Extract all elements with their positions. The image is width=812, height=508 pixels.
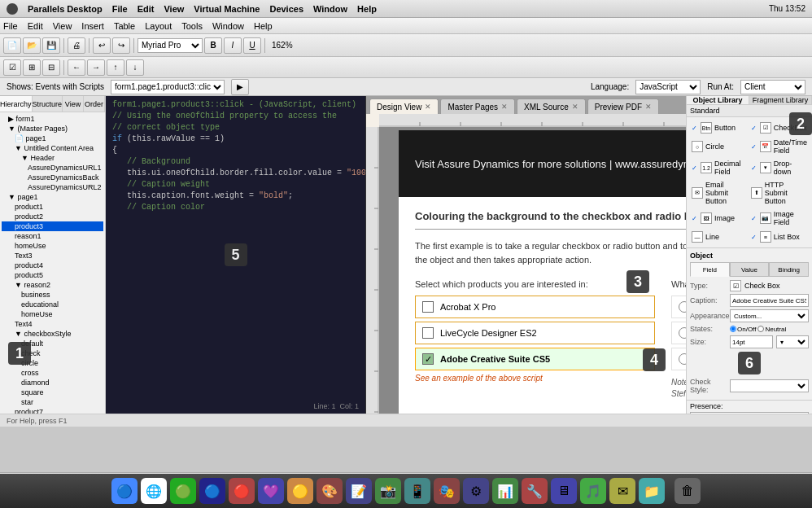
dock-icon9[interactable]: 📝 <box>346 478 372 504</box>
dock-icon12[interactable]: 🎭 <box>434 478 460 504</box>
obj-line[interactable]: — Line <box>690 230 748 244</box>
reason-home-item[interactable]: Home purposes <box>671 348 686 370</box>
dock-icon5[interactable]: 🔴 <box>229 478 255 504</box>
product3-checkbox[interactable]: ✓ <box>422 353 434 365</box>
tree-master-pages[interactable]: ▼ (Master Pages) <box>2 124 103 134</box>
tb2-btn7[interactable]: ↓ <box>126 59 144 76</box>
tree-homeuse[interactable]: homeUse <box>2 241 103 251</box>
tree-square[interactable]: square <box>2 388 103 397</box>
tab-preview-close[interactable]: ✕ <box>645 103 652 111</box>
open-btn[interactable]: 📂 <box>23 37 41 54</box>
product1-checkbox[interactable] <box>422 301 434 313</box>
tab-xml-source[interactable]: XML Source ✕ <box>517 99 586 114</box>
dock-icon14[interactable]: 📊 <box>492 478 518 504</box>
tab-xml-close[interactable]: ✕ <box>572 103 578 111</box>
app-menu-bar[interactable]: File Edit View Insert Table Layout Tools… <box>0 18 812 34</box>
reason-home-radio[interactable] <box>679 353 686 365</box>
obj-http-submit[interactable]: ⬆ HTTP Submit Button <box>749 179 809 207</box>
tb2-btn2[interactable]: ⊞ <box>23 59 41 76</box>
appearance-dropdown[interactable]: Custom... <box>730 309 809 322</box>
prop-tab-field[interactable]: Field <box>690 262 730 277</box>
property-tabs[interactable]: Field Value Binding <box>690 262 809 277</box>
undo-btn[interactable]: ↩ <box>93 37 111 54</box>
app-menu-window[interactable]: Window <box>212 21 244 31</box>
dock-finder[interactable]: 🔵 <box>111 478 138 504</box>
tb2-btn6[interactable]: ↑ <box>107 59 124 76</box>
dock-icon13[interactable]: ⚙ <box>463 478 489 504</box>
os-menu-vm[interactable]: Virtual Machine <box>194 4 260 14</box>
obj-image-field[interactable]: ✓ 📷 Image Field <box>749 208 809 228</box>
font-selector[interactable]: Myriad Pro <box>138 38 203 53</box>
underline-btn[interactable]: U <box>243 37 261 54</box>
tree-form1[interactable]: ▶ form1 <box>2 114 103 124</box>
prop-tab-binding[interactable]: Binding <box>769 262 809 277</box>
reason-business-item[interactable]: Business purposes <box>671 296 686 318</box>
obj-email-submit[interactable]: ✉ Email Submit Button <box>690 179 748 207</box>
dock-icon19[interactable]: 📁 <box>639 478 665 504</box>
tree-content-area[interactable]: ▼ Untitled Content Area <box>2 143 103 153</box>
new-btn[interactable]: 📄 <box>3 37 21 54</box>
reason-educational-radio[interactable] <box>679 327 686 339</box>
app-menu-file[interactable]: File <box>3 21 18 31</box>
tree-url1[interactable]: AssureDynamicsURL1 <box>2 163 103 173</box>
tab-design-close[interactable]: ✕ <box>425 103 431 111</box>
product2-checkbox-item[interactable]: LiveCycle Designer ES2 <box>415 322 655 344</box>
size-unit-dropdown[interactable]: ▾ <box>776 335 809 348</box>
tree-product7[interactable]: product7 <box>2 407 103 414</box>
view-tab[interactable]: View <box>63 96 84 112</box>
tree-product3[interactable]: product3 <box>2 221 103 231</box>
size-input[interactable] <box>730 335 773 348</box>
app-menu-view[interactable]: View <box>53 21 72 31</box>
app-menu-tools[interactable]: Tools <box>181 21 203 31</box>
dock-icon16[interactable]: 🖥 <box>551 478 577 504</box>
structure-tab[interactable]: Structure <box>33 96 63 112</box>
tab-preview-pdf[interactable]: Preview PDF ✕ <box>587 99 659 114</box>
obj-datetime[interactable]: ✓ 📅 Date/Time Field <box>749 137 809 156</box>
script-event-dropdown[interactable]: form1.page1.product3::click - (JavaScrip… <box>111 80 225 94</box>
tree-business[interactable]: business <box>2 290 103 300</box>
dock-icon8[interactable]: 🎨 <box>317 478 343 504</box>
os-menu-devices[interactable]: Devices <box>269 4 303 14</box>
tab-design-view[interactable]: Design View ✕ <box>369 99 439 114</box>
tree-back[interactable]: AssureDynamicsBack <box>2 173 103 182</box>
tree-product2[interactable]: product2 <box>2 212 103 221</box>
tree-page1[interactable]: ▼ page1 <box>2 192 103 202</box>
product1-checkbox-item[interactable]: Acrobat X Pro <box>415 296 655 318</box>
tree-product4[interactable]: product4 <box>2 261 103 270</box>
os-menu-window[interactable]: Window <box>313 4 347 14</box>
italic-btn[interactable]: I <box>224 37 242 54</box>
run-at-dropdown[interactable]: Client <box>740 80 805 94</box>
tree-educational[interactable]: educational <box>2 300 103 309</box>
product3-checkbox-item[interactable]: ✓ Adobe Creative Suite CS5 4 <box>415 348 655 370</box>
os-menu-view[interactable]: View <box>164 4 184 14</box>
states-neutral-radio[interactable] <box>757 326 764 332</box>
tb2-btn5[interactable]: → <box>87 59 105 76</box>
dock-trash[interactable]: 🗑 <box>674 478 701 504</box>
dock-icon6[interactable]: 💜 <box>258 478 284 504</box>
caption-input[interactable] <box>730 294 809 307</box>
bold-btn[interactable]: B <box>204 37 222 54</box>
reason-business-radio[interactable] <box>679 301 686 313</box>
check-style-dropdown[interactable] <box>730 379 809 392</box>
states-onoff-radio[interactable] <box>730 326 736 332</box>
hierarchy-tabs[interactable]: Hierarchy Structure View Order <box>0 96 105 112</box>
print-btn[interactable]: 🖨 <box>68 37 85 54</box>
tb2-btn3[interactable]: ⊟ <box>42 59 60 76</box>
os-menu-parallels[interactable]: Parallels Desktop <box>28 4 103 14</box>
obj-dropdown[interactable]: ✓ ▾ Drop-down <box>749 158 809 177</box>
prop-tab-value[interactable]: Value <box>730 262 770 277</box>
tree-diamond[interactable]: diamond <box>2 378 103 388</box>
tb2-btn4[interactable]: ← <box>68 59 85 76</box>
app-menu-help[interactable]: Help <box>254 21 273 31</box>
dock-icon11[interactable]: 📱 <box>404 478 430 504</box>
tree-homeuse2[interactable]: homeUse <box>2 309 103 319</box>
obj-circle[interactable]: ○ Circle <box>690 137 748 156</box>
script-run-btn[interactable]: ▶ <box>231 79 249 95</box>
obj-image[interactable]: ✓ 🖼 Image <box>690 208 748 228</box>
tree-page1-master[interactable]: 📄 page1 <box>2 134 103 143</box>
tree-header[interactable]: ▼ Header <box>2 153 103 163</box>
tb2-btn1[interactable]: ☑ <box>3 59 21 76</box>
dock-icon4[interactable]: 🔵 <box>199 478 225 504</box>
tab-object-library[interactable]: Object Library <box>687 96 749 104</box>
dock-icon18[interactable]: ✉ <box>609 478 635 504</box>
